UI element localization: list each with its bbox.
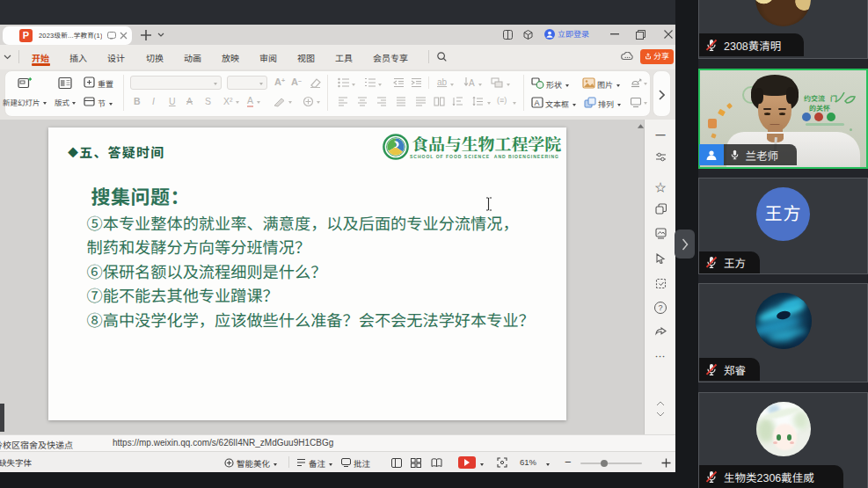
svg-text:A: A xyxy=(469,78,475,88)
svg-text:A: A xyxy=(534,98,539,107)
